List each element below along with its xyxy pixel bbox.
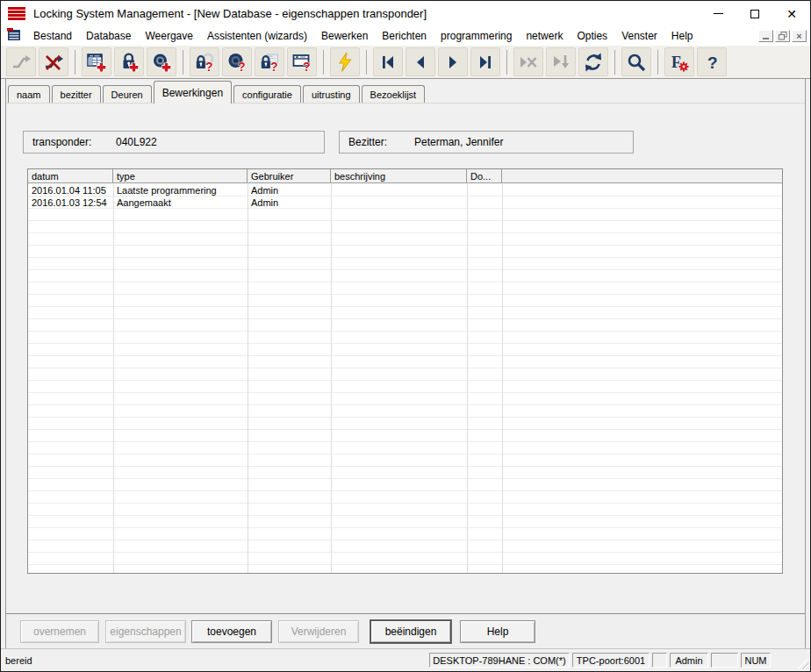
mdi-close-button[interactable]: × (792, 30, 807, 42)
cell-empty (502, 197, 782, 209)
svg-text:?: ? (707, 53, 718, 71)
help-button[interactable]: ? (697, 47, 727, 76)
cell-do (467, 184, 502, 197)
status-host-com: DESKTOP-789HANE : COM(*) (429, 653, 570, 668)
cell-beschrijving (331, 197, 467, 209)
cell-empty (502, 184, 782, 197)
minimize-button[interactable] (700, 1, 736, 26)
toolbar-separator (75, 50, 75, 75)
transponder-label: transponder: (32, 136, 91, 148)
new-lock-icon (118, 52, 140, 73)
nav-prev-button[interactable] (406, 47, 435, 76)
status-message: bereid (5, 655, 429, 666)
status-bar: bereid DESKTOP-789HANE : COM(*) TPC-poor… (1, 648, 810, 671)
tab-bewerkingen[interactable]: Bewerkingen (154, 81, 232, 104)
overnemen-button[interactable]: overnemen (20, 620, 99, 643)
toevoegen-button[interactable]: toevoegen (191, 620, 272, 643)
filter-settings-icon: F (669, 52, 690, 73)
resize-grip[interactable] (773, 649, 810, 671)
menu-bar: Bestand Database Weergave Assistenten (w… (1, 26, 810, 46)
new-lock-button[interactable] (114, 47, 144, 76)
new-transponder-button[interactable] (147, 47, 176, 76)
menu-database[interactable]: Database (79, 28, 138, 44)
maximize-icon (750, 10, 759, 18)
cell-datum: 2016.01.04 11:05 (28, 184, 113, 197)
help-footer-button[interactable]: Help (460, 620, 535, 643)
tab-bezoeklijst[interactable]: Bezoeklijst (362, 85, 426, 103)
window-title: Locking System Management - [New Databas… (33, 7, 427, 20)
status-tcp-port: TPC-poort:6001 (572, 653, 650, 668)
column-header-type[interactable]: type (113, 169, 248, 182)
filter-settings-button[interactable]: F (664, 47, 694, 76)
refresh-icon (583, 52, 604, 73)
owner-label: Bezitter: (348, 136, 387, 148)
column-divider (248, 184, 248, 573)
column-divider (467, 184, 468, 573)
search-button[interactable] (621, 47, 651, 76)
menu-opties[interactable]: Opties (570, 28, 614, 44)
new-locking-system-icon (86, 52, 107, 73)
tab-deuren[interactable]: Deuren (103, 85, 152, 103)
tab-uitrusting[interactable]: uitrusting (303, 85, 360, 103)
skip-down-button[interactable] (546, 47, 576, 76)
tab-bezitter[interactable]: bezitter (52, 85, 101, 103)
menu-venster[interactable]: Venster (614, 28, 664, 44)
nav-last-button[interactable] (470, 47, 500, 76)
read-window-button[interactable]: ? (287, 47, 317, 76)
mdi-minimize-button[interactable] (758, 30, 773, 42)
nav-first-button[interactable] (373, 47, 403, 76)
tab-naam[interactable]: naam (8, 85, 50, 103)
beeindigen-button[interactable]: beëindigen (370, 620, 451, 643)
read-window-icon: ? (291, 52, 312, 73)
menu-bestand[interactable]: Bestand (26, 28, 79, 44)
menu-bewerken[interactable]: Bewerken (314, 28, 375, 44)
read-transponder-button[interactable]: ? (222, 47, 252, 76)
program-button[interactable] (330, 47, 360, 76)
menu-netwerk[interactable]: netwerk (519, 28, 570, 44)
toolbar-separator (614, 50, 615, 75)
table-row[interactable]: 2016.01.03 12:54 Aangemaakt Admin (28, 197, 782, 209)
svg-text:?: ? (270, 60, 278, 73)
connect-button[interactable] (6, 47, 36, 76)
transponder-value: 040L922 (116, 136, 157, 148)
skip-cancel-icon (518, 52, 539, 73)
read-lock-data-button[interactable]: ? (255, 47, 284, 76)
toolbar-separator (366, 50, 367, 75)
mdi-restore-button[interactable] (775, 30, 790, 42)
maximize-button[interactable] (736, 1, 773, 26)
nav-next-button[interactable] (438, 47, 468, 76)
app-logo-icon (8, 7, 25, 21)
column-header-beschrijving[interactable]: beschrijving (331, 169, 467, 182)
refresh-button[interactable] (578, 47, 608, 76)
app-window: Locking System Management - [New Databas… (0, 0, 811, 672)
menu-assistenten[interactable]: Assistenten (wizards) (200, 28, 314, 44)
svg-text:F: F (671, 54, 681, 71)
footer-button-bar: overnemen eigenschappen toevoegen Verwij… (6, 613, 805, 648)
nav-prev-icon (410, 52, 431, 73)
close-button[interactable]: ✕ (773, 1, 810, 26)
verwijderen-button[interactable]: Verwijderen (278, 620, 359, 643)
new-transponder-icon (151, 52, 172, 73)
mdi-minimize-icon (763, 38, 769, 39)
title-bar: Locking System Management - [New Databas… (1, 1, 810, 26)
new-locking-system-button[interactable] (82, 47, 111, 76)
column-header-gebruiker[interactable]: Gebruiker (248, 169, 331, 182)
tab-configuratie[interactable]: configuratie (233, 85, 301, 103)
menu-help[interactable]: Help (664, 28, 700, 44)
svg-text:?: ? (205, 60, 213, 73)
menu-weergave[interactable]: Weergave (138, 28, 199, 44)
menu-berichten[interactable]: Berichten (375, 28, 434, 44)
column-header-datum[interactable]: datum (28, 169, 113, 182)
column-header-do[interactable]: Do... (467, 169, 502, 182)
skip-cancel-button[interactable] (513, 47, 543, 76)
table-body: 2016.01.04 11:05 Laatste programmering A… (28, 184, 782, 573)
disconnect-button[interactable] (39, 47, 68, 76)
eigenschappen-button[interactable]: eigenschappen (105, 620, 186, 643)
table-row[interactable]: 2016.01.04 11:05 Laatste programmering A… (28, 184, 782, 197)
read-lock-button[interactable]: ? (190, 47, 219, 76)
status-user: Admin (670, 653, 708, 668)
menu-programmering[interactable]: programmering (434, 28, 519, 44)
child-window-frame: naam bezitter Deuren Bewerkingen configu… (5, 79, 806, 648)
cell-gebruiker: Admin (248, 197, 331, 209)
column-header-empty[interactable] (502, 169, 782, 182)
